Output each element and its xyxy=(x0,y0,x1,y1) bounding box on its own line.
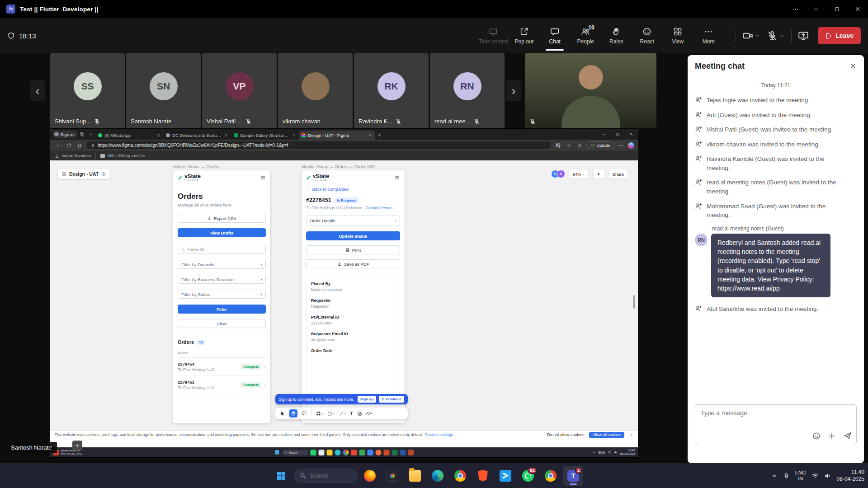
maximize-button[interactable] xyxy=(826,0,847,18)
start-button[interactable] xyxy=(271,466,291,486)
import-favorites-button[interactable]: Import favorites xyxy=(55,153,91,158)
attach-plus-icon[interactable] xyxy=(828,432,836,440)
dev-mode-tool[interactable]: </> xyxy=(366,411,372,416)
browser-close-button[interactable] xyxy=(624,129,638,140)
allow-cookies-button[interactable]: Allow all cookies xyxy=(589,432,624,438)
chat-message[interactable]: RN Redberyl and Santosh added read.ai me… xyxy=(695,234,857,298)
browser-maximize-button[interactable] xyxy=(611,129,624,140)
react-button[interactable]: React xyxy=(632,21,662,51)
raise-button[interactable]: Raise xyxy=(601,21,632,51)
taskbar-app-icon[interactable] xyxy=(408,450,414,455)
filter-business-select[interactable]: Filter by Business Structure▾ xyxy=(178,275,266,284)
emoji-icon[interactable] xyxy=(812,432,821,440)
browser-tab[interactable]: DC Divisions and Surroundings xyxy=(163,131,231,140)
leave-button[interactable]: Leave xyxy=(818,27,861,44)
filter-domicile-select[interactable]: Filter by Domicile▾ xyxy=(178,260,266,269)
volume-icon[interactable] xyxy=(824,472,831,479)
hamburger-icon[interactable] xyxy=(394,175,400,181)
tray-mic-icon[interactable] xyxy=(783,472,790,479)
taskbar-app-icon[interactable] xyxy=(376,450,382,455)
order-id-field[interactable] xyxy=(187,247,262,252)
teams-icon[interactable]: T1 xyxy=(563,466,583,486)
people-button[interactable]: 10 People xyxy=(570,21,601,51)
hand-tool[interactable] xyxy=(289,409,297,418)
whatsapp-icon[interactable]: 81 xyxy=(518,466,538,486)
chrome-icon[interactable] xyxy=(450,466,470,486)
chat-close-icon[interactable] xyxy=(849,62,857,70)
back-to-companies-link[interactable]: ← Back to companies xyxy=(306,187,400,192)
refresh-icon[interactable] xyxy=(65,141,73,150)
frame-label[interactable]: Mobile: Home → Orders → Order ABC xyxy=(302,164,375,169)
copilot-icon[interactable] xyxy=(628,142,634,149)
edge-icon[interactable] xyxy=(428,466,448,486)
message-input[interactable] xyxy=(695,405,856,428)
cookie-settings-link[interactable]: Cookies settings xyxy=(425,432,453,437)
figma-share-button[interactable]: Share xyxy=(609,169,628,179)
tab-close-icon[interactable] xyxy=(292,133,296,137)
filter-status-select[interactable]: Filter by Status▾ xyxy=(178,290,266,299)
hamburger-icon[interactable] xyxy=(260,175,266,181)
print-button[interactable]: Print xyxy=(306,245,400,254)
mini-clock[interactable]: 11:4008-04-2025 xyxy=(620,449,635,456)
taskbar-app-icon[interactable] xyxy=(368,450,373,455)
comment-tool[interactable] xyxy=(302,411,307,416)
pop-out-button[interactable]: Pop out xyxy=(509,21,539,51)
back-icon[interactable] xyxy=(54,141,62,150)
save-pdf-button[interactable]: Save as PDF xyxy=(306,259,400,268)
close-button[interactable] xyxy=(847,0,868,18)
wifi-icon[interactable] xyxy=(811,472,819,479)
frame-tool[interactable]: ▾ xyxy=(316,411,323,416)
chat-button[interactable]: Chat xyxy=(539,21,570,51)
figma-frame-order-detail[interactable]: ✓ vStateFILINGS ← Back to companies #227… xyxy=(302,170,405,423)
firefox-icon[interactable] xyxy=(360,466,380,486)
figma-file-chip[interactable]: Design - UAT xyxy=(58,169,110,179)
browser-tab[interactable]: Sample Salary Structure with cal... xyxy=(231,131,299,140)
more-button[interactable]: More xyxy=(693,21,724,51)
tab-list-icon[interactable] xyxy=(86,130,95,138)
participant-tile[interactable]: RN read.ai mee... xyxy=(430,53,505,128)
signup-button[interactable]: Sign up xyxy=(358,396,376,403)
taskbar-app-icon[interactable] xyxy=(343,450,349,455)
home-icon[interactable] xyxy=(75,141,84,150)
browser-minimize-button[interactable] xyxy=(597,129,611,140)
scroll-left-button[interactable]: ‹ xyxy=(30,80,45,101)
figma-canvas[interactable]: Design - UAT S A 94%▾ Share Mobile: Home… xyxy=(50,160,638,431)
chevron-down-icon[interactable] xyxy=(755,33,760,38)
brave-icon[interactable] xyxy=(473,466,493,486)
order-row[interactable]: 2279454TL Flex Holdings LLC Complete› xyxy=(178,358,266,376)
chrome-profile-icon[interactable] xyxy=(541,466,561,486)
scroll-right-button[interactable]: › xyxy=(506,80,521,101)
taskbar-app-icon[interactable] xyxy=(359,450,365,455)
overlay-plus-button[interactable] xyxy=(72,441,82,450)
participant-tile[interactable]: SS Shivani Sup... xyxy=(50,53,125,128)
privacy-policy-link[interactable]: https://www.read.ai/pp xyxy=(717,285,780,292)
favorites-folder[interactable]: Bills | Billing and Co... xyxy=(100,153,149,158)
hidden-icons-chevron[interactable] xyxy=(771,473,778,479)
taskbar-app-icon[interactable] xyxy=(384,450,390,455)
order-details-select[interactable]: Order Details▾ xyxy=(306,216,400,225)
new-tab-button[interactable] xyxy=(375,131,384,140)
export-csv-button[interactable]: Export CSV xyxy=(178,214,266,223)
taskbar-app-icon[interactable] xyxy=(311,450,316,455)
pen-tool[interactable]: ▾ xyxy=(339,411,346,416)
taskbar-search-input[interactable] xyxy=(310,472,350,479)
present-button[interactable] xyxy=(592,169,605,179)
taskbar-app-icon[interactable] xyxy=(351,450,357,455)
send-icon[interactable] xyxy=(843,432,852,440)
profile-sync-icon[interactable] xyxy=(576,141,584,150)
spotlight-tile[interactable] xyxy=(525,53,656,128)
start-icon[interactable] xyxy=(274,450,280,455)
zoom-select[interactable]: 94%▾ xyxy=(569,169,589,179)
share-button[interactable] xyxy=(798,30,809,41)
chat-message-list[interactable]: Today 11:21 Tejas Ingle was invited to t… xyxy=(688,77,864,401)
mini-search[interactable]: Search xyxy=(282,450,308,455)
google-continue-button[interactable]: GContinue xyxy=(379,396,404,403)
workspaces-icon[interactable] xyxy=(77,130,86,138)
camera-button[interactable] xyxy=(742,30,760,41)
participant-tile[interactable]: RK Ravindra K... xyxy=(354,53,429,128)
order-id-input[interactable] xyxy=(178,245,266,254)
contact-person-link[interactable]: Contact-Person xyxy=(366,206,392,210)
taskbar-app-icon[interactable] xyxy=(319,450,325,455)
shared-screen-browser[interactable]: Sign in (6) WhatsApp DC Divisions and Su… xyxy=(50,129,638,457)
deny-cookies-link[interactable]: Do not allow cookies xyxy=(547,432,585,437)
